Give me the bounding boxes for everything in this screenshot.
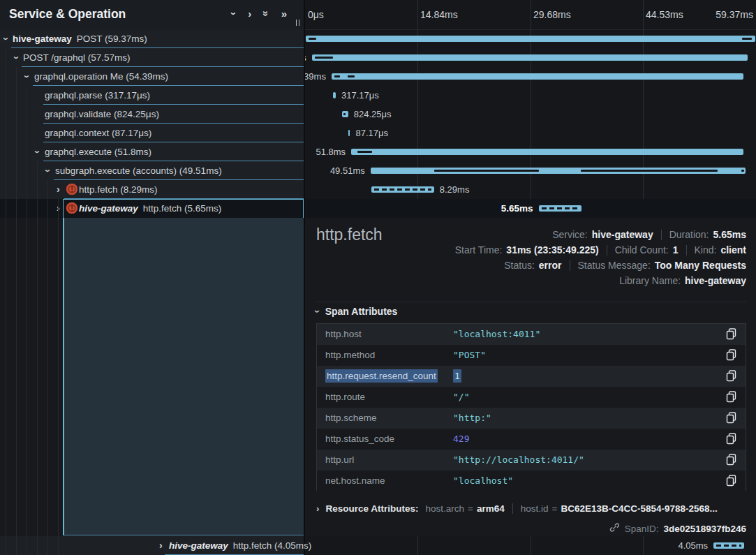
- waterfall-row[interactable]: 87.17μs: [305, 124, 756, 142]
- child-span-mark: [434, 170, 539, 172]
- attribute-row: http.request.resend_count1: [317, 366, 746, 387]
- span-duration-bar[interactable]: [371, 168, 746, 174]
- attribute-row: http.route"/": [317, 387, 746, 408]
- chevron-right-icon[interactable]: ›: [159, 536, 163, 555]
- span-duration-bar[interactable]: [539, 205, 581, 212]
- span-duration-bar[interactable]: [312, 54, 748, 61]
- waterfall-row[interactable]: 57.57ms: [305, 48, 756, 67]
- span-duration-bar[interactable]: [342, 111, 348, 117]
- attribute-value: "localhost:4011": [453, 324, 540, 345]
- link-icon[interactable]: [609, 522, 620, 535]
- attribute-key: http.url: [325, 450, 354, 471]
- span-tree-row[interactable]: graphql.context (87.17μs): [0, 124, 304, 142]
- copy-icon[interactable]: [726, 328, 739, 341]
- span-label: graphql.execute (51.8ms): [45, 142, 151, 161]
- meta-label: Library Name:: [619, 275, 681, 286]
- waterfall-row[interactable]: 49.51ms: [305, 161, 756, 180]
- span-duration-bar[interactable]: [332, 73, 743, 80]
- attribute-value: "POST": [453, 345, 486, 366]
- drag-handle-icon[interactable]: [296, 20, 300, 26]
- waterfall-row[interactable]: 4.05ms: [305, 536, 756, 555]
- span-duration-bar[interactable]: [351, 149, 743, 155]
- child-span-mark: [357, 151, 372, 153]
- resource-key: host.id: [521, 503, 549, 514]
- panel-resize-divider[interactable]: [304, 0, 305, 555]
- chevron-right-icon[interactable]: ›: [57, 180, 60, 199]
- waterfall-row[interactable]: 8.29ms: [305, 180, 756, 199]
- span-tree-row[interactable]: ›graphql.operation Me (54.39ms): [0, 67, 304, 86]
- chevron-down-icon: ›: [312, 310, 323, 313]
- attribute-value: "http:": [453, 408, 491, 429]
- span-duration-bar[interactable]: [713, 542, 744, 549]
- chevron-down-icon[interactable]: ›: [38, 169, 57, 172]
- span-duration-bar[interactable]: [333, 92, 336, 98]
- waterfall-row[interactable]: [305, 29, 756, 48]
- ruler-tick: 14.84ms: [420, 0, 458, 29]
- span-duration-bar[interactable]: [306, 36, 755, 42]
- span-meta-line: Library Name:hive-gateway: [619, 273, 746, 288]
- meta-label: Status Message:: [578, 260, 651, 271]
- selected-text: http.request.resend_count: [325, 369, 438, 383]
- meta-value: Too Many Requests: [655, 260, 746, 271]
- waterfall-row[interactable]: 5.65ms: [305, 199, 756, 218]
- collapse-one-level-icon[interactable]: ›: [229, 12, 239, 15]
- expand-one-level-icon[interactable]: ›: [248, 8, 251, 19]
- child-span-mark: [581, 170, 718, 172]
- span-label: hive-gatewayhttp.fetch (5.65ms): [79, 199, 221, 218]
- span-attributes-header[interactable]: › Span Attributes: [316, 306, 397, 317]
- indent-guide: [27, 86, 27, 555]
- meta-label: Child Count:: [615, 244, 669, 256]
- meta-divider: [661, 230, 662, 240]
- selected-text: 1: [453, 369, 461, 383]
- waterfall-row[interactable]: 317.17μs: [305, 86, 756, 105]
- span-tree-row[interactable]: ›http.fetch (8.29ms): [0, 180, 304, 199]
- attribute-value: "localhost": [453, 471, 513, 491]
- copy-icon[interactable]: [726, 349, 739, 362]
- resource-value: BC62E13B-C4CC-5854-9788-2568...: [561, 503, 717, 514]
- ruler-tick: 44.53ms: [646, 0, 683, 29]
- bar-duration-label: 87.17μs: [355, 124, 388, 142]
- span-tree-row[interactable]: ›POST /graphql (57.57ms): [0, 48, 304, 67]
- span-tree-row[interactable]: ›subgraph.execute (accounts) (49.51ms): [0, 161, 304, 180]
- indent-guide: [47, 180, 48, 555]
- copy-icon[interactable]: [726, 370, 739, 383]
- bar-duration-label: 54.39ms: [305, 67, 326, 86]
- resource-key: host.arch: [426, 503, 465, 514]
- copy-icon[interactable]: [726, 475, 739, 487]
- copy-icon[interactable]: [726, 391, 739, 404]
- attribute-row: http.url"http://localhost:4011/": [317, 450, 746, 471]
- expand-all-icon[interactable]: »: [281, 8, 287, 19]
- bar-duration-label: 8.29ms: [440, 180, 470, 199]
- meta-divider: [607, 245, 607, 256]
- span-tree-row[interactable]: graphql.parse (317.17μs): [0, 86, 304, 105]
- resource-value: arm64: [477, 503, 505, 514]
- copy-icon[interactable]: [726, 433, 739, 445]
- copy-icon[interactable]: [726, 412, 739, 424]
- span-duration-bar[interactable]: [371, 186, 434, 193]
- chevron-down-icon[interactable]: ›: [28, 150, 47, 154]
- child-span-mark: [742, 38, 752, 40]
- copy-icon[interactable]: [726, 454, 739, 466]
- span-tree-row[interactable]: ›hive-gatewayhttp.fetch (5.65ms): [0, 199, 304, 218]
- attribute-key: http.request.resend_count: [325, 366, 438, 387]
- span-duration-bar[interactable]: [348, 130, 350, 136]
- span-meta-line: Start Time:31ms (23:35:49.225)Child Coun…: [455, 242, 746, 258]
- span-meta: Service:hive-gatewayDuration:5.65msStart…: [455, 227, 746, 288]
- meta-label: Start Time:: [455, 244, 503, 256]
- span-tree-row[interactable]: ›graphql.execute (51.8ms): [0, 142, 304, 161]
- attribute-row: http.host"localhost:4011": [317, 324, 746, 345]
- span-tree-row[interactable]: ›hive-gatewayhttp.fetch (4.05ms): [0, 536, 304, 555]
- span-tree-row[interactable]: ›hive-gatewayPOST (59.37ms): [0, 29, 304, 48]
- waterfall-row[interactable]: 54.39ms: [305, 67, 756, 86]
- attribute-key: http.scheme: [325, 408, 377, 429]
- collapse-all-icon[interactable]: »: [261, 10, 272, 16]
- waterfall-row[interactable]: 824.25μs: [305, 105, 756, 124]
- child-span-mark: [741, 170, 744, 172]
- waterfall-row[interactable]: 51.8ms: [305, 142, 756, 161]
- chevron-down-icon[interactable]: ›: [17, 75, 36, 78]
- resource-attributes-row[interactable]: ›Resource Attributes:host.arch=arm64host…: [316, 500, 718, 517]
- resource-equals: =: [468, 503, 473, 514]
- bar-duration-label: 824.25μs: [354, 105, 392, 124]
- resource-equals: =: [552, 503, 558, 514]
- span-tree-row[interactable]: graphql.validate (824.25μs): [0, 105, 304, 124]
